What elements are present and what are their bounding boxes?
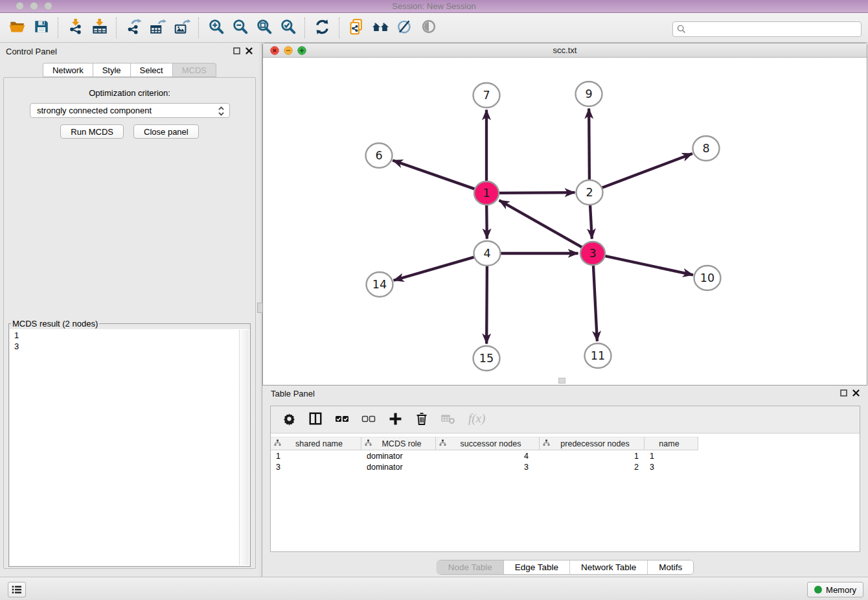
tab-select[interactable]: Select [130, 63, 172, 77]
edge-2-3[interactable] [590, 204, 592, 238]
save-session-button[interactable] [29, 16, 53, 40]
edge-1-4[interactable] [486, 205, 487, 238]
graph-node-4[interactable]: 4 [474, 241, 501, 266]
select-chevrons-icon [218, 106, 225, 121]
column-tree-icon [543, 439, 550, 448]
cell-shared-name[interactable]: 1 [271, 451, 361, 462]
toggle-birds-eye-button[interactable] [417, 16, 440, 40]
tab-mcds[interactable]: MCDS [172, 63, 216, 77]
network-view-window: scc.txt 7968124314101511 [262, 43, 867, 386]
edge-4-15[interactable] [486, 265, 487, 343]
delete-table-button [440, 412, 456, 428]
graph-node-10[interactable]: 10 [694, 266, 721, 290]
graph-node-2[interactable]: 2 [577, 180, 603, 205]
apply-preferred-layout-button[interactable] [310, 16, 334, 40]
graph-node-11[interactable]: 11 [585, 343, 611, 368]
cell-name[interactable]: 1 [645, 451, 698, 462]
network-canvas[interactable]: 7968124314101511 [263, 58, 867, 385]
settings-button[interactable] [281, 412, 297, 428]
edge-4-14[interactable] [394, 257, 476, 281]
task-history-button[interactable] [8, 582, 26, 597]
tab-network-table[interactable]: Network Table [570, 560, 648, 574]
tab-network[interactable]: Network [43, 63, 93, 77]
toolbar-separator [116, 17, 117, 38]
table-row[interactable]: 1dominator411 [271, 451, 698, 462]
column-header-predecessor-nodes[interactable]: predecessor nodes [540, 437, 645, 450]
graph-node-15[interactable]: 15 [474, 346, 500, 371]
close-panel-button[interactable]: Close panel [133, 124, 199, 139]
app-titlebar: Session: New Session [0, 0, 868, 13]
deselect-all-checkboxes-icon [361, 413, 376, 426]
column-header-shared-name[interactable]: shared name [271, 437, 361, 450]
run-mcds-button[interactable]: Run MCDS [60, 124, 124, 139]
graph-node-7[interactable]: 7 [474, 83, 500, 108]
cell-predecessor-nodes[interactable]: 1 [540, 451, 645, 462]
close-table-panel-icon[interactable] [852, 389, 860, 397]
import-network-button[interactable] [63, 16, 87, 40]
edge-2-9[interactable] [589, 108, 589, 180]
tab-node-table[interactable]: Node Table [437, 560, 504, 574]
open-session-button[interactable] [5, 16, 29, 40]
close-panel-icon[interactable] [246, 47, 253, 54]
zoom-in-icon [208, 18, 225, 37]
memory-button[interactable]: Memory [807, 582, 863, 597]
cell-shared-name[interactable]: 3 [271, 462, 361, 473]
network-window-titlebar[interactable]: scc.txt [263, 43, 867, 58]
graph-node-6[interactable]: 6 [366, 143, 393, 168]
add-row-button[interactable] [387, 412, 403, 428]
edge-3-11[interactable] [593, 265, 597, 341]
view-resize-handle[interactable] [558, 378, 565, 384]
graph-node-3[interactable]: 3 [580, 242, 605, 265]
cell-predecessor-nodes[interactable]: 2 [540, 462, 645, 473]
toolbar-separator [304, 17, 306, 38]
cell-successor-nodes[interactable]: 3 [436, 462, 540, 473]
zoom-in-button[interactable] [204, 16, 228, 40]
column-header-successor-nodes[interactable]: successor nodes [436, 437, 540, 450]
select-all-checkboxes-button[interactable] [334, 412, 350, 428]
edge-3-10[interactable] [604, 256, 693, 275]
cell-MCDS-role[interactable]: dominator [361, 462, 436, 473]
table-row[interactable]: 3dominator323 [271, 462, 698, 473]
float-table-panel-icon[interactable] [840, 389, 847, 397]
graph-node-9[interactable]: 9 [576, 82, 602, 106]
tab-style[interactable]: Style [93, 63, 130, 77]
mcds-result-box: MCDS result (2 nodes) 1 3 [8, 319, 251, 567]
import-table-button[interactable] [87, 16, 111, 40]
export-table-button[interactable] [146, 16, 170, 40]
zoom-out-button[interactable] [228, 16, 252, 40]
export-network-button[interactable] [122, 16, 146, 40]
graph-node-1[interactable]: 1 [474, 181, 499, 205]
svg-text:1: 1 [483, 187, 490, 200]
zoom-selected-button[interactable] [276, 16, 300, 40]
zoom-out-icon [232, 18, 249, 37]
delete-row-button[interactable] [414, 412, 429, 428]
show-graphics-details-button[interactable] [393, 16, 417, 40]
search-input[interactable] [672, 21, 862, 37]
toolbar-separator [339, 17, 340, 38]
tab-motifs[interactable]: Motifs [648, 560, 693, 574]
session-title: Session: New Session [0, 1, 868, 11]
cell-successor-nodes[interactable]: 4 [436, 451, 540, 462]
memory-label: Memory [826, 585, 856, 595]
tab-edge-table[interactable]: Edge Table [504, 560, 570, 574]
float-panel-icon[interactable] [233, 47, 240, 54]
edge-3-1[interactable] [499, 200, 582, 248]
edge-2-8[interactable] [600, 154, 692, 189]
column-header-MCDS-role[interactable]: MCDS role [361, 437, 436, 450]
show-columns-icon [308, 411, 323, 428]
zoom-fit-button[interactable] [252, 16, 276, 40]
graph-node-14[interactable]: 14 [367, 272, 393, 297]
new-network-from-selection-button[interactable] [345, 16, 369, 40]
column-header-name[interactable]: name [645, 437, 698, 450]
first-neighbors-button[interactable] [369, 16, 393, 40]
show-columns-button[interactable] [308, 412, 323, 428]
deselect-all-checkboxes-button[interactable] [361, 412, 376, 428]
cell-MCDS-role[interactable]: dominator [361, 451, 436, 462]
graph-node-8[interactable]: 8 [693, 136, 720, 161]
criterion-select[interactable]: strongly connected component [30, 103, 230, 118]
export-image-button[interactable] [170, 16, 194, 40]
edge-1-2[interactable] [498, 192, 575, 193]
cell-name[interactable]: 3 [645, 462, 698, 473]
result-scrollbar[interactable] [239, 330, 249, 565]
edge-1-6[interactable] [393, 160, 475, 189]
